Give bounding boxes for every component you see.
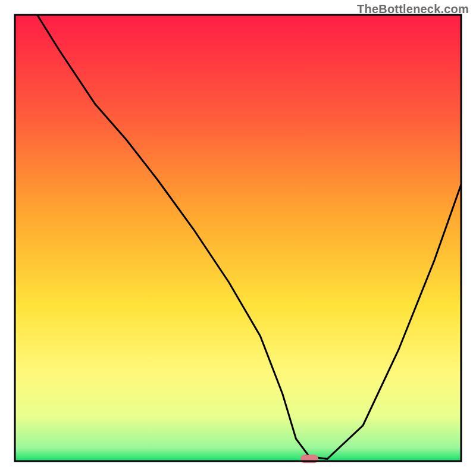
chart-container: TheBottleneck.com — [0, 0, 476, 476]
bottleneck-chart — [0, 0, 476, 476]
watermark-text: TheBottleneck.com — [357, 2, 469, 16]
plot-background — [15, 15, 461, 461]
